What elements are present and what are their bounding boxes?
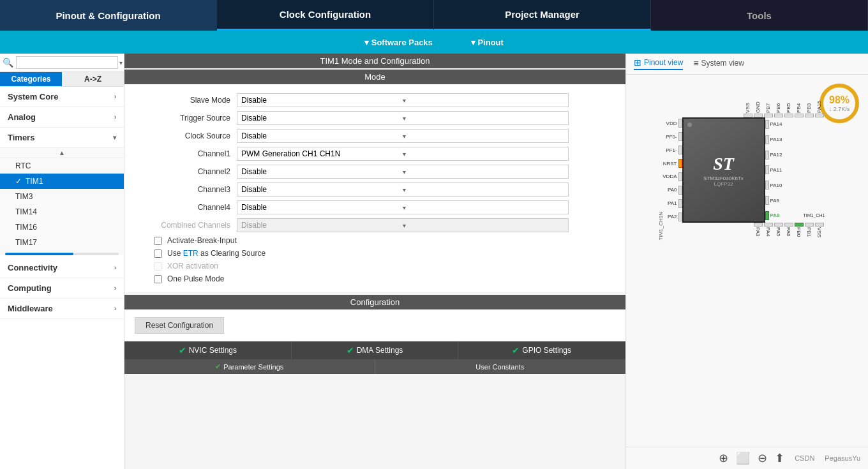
top-pin-pb4: PB4 xyxy=(795,94,804,117)
param-check-icon: ✔ xyxy=(215,362,221,371)
left-pin-nrst: NRST xyxy=(658,159,682,168)
tab-dma[interactable]: ✔ DMA Settings xyxy=(292,341,459,359)
tab-nvic[interactable]: ✔ NVIC Settings xyxy=(124,341,292,359)
chip-middle-row: VDD PF0- PF1- NRST xyxy=(658,117,837,223)
sidebar-item-tim16[interactable]: TIM16 xyxy=(0,220,124,235)
bottom-pin-pa4: PA4 xyxy=(764,223,773,246)
mode-section: Slave Mode Disable ▾ Trigger Source Disa… xyxy=(124,84,625,292)
channel1-select[interactable]: PWM Generation CH1 CH1N ▾ xyxy=(237,147,569,161)
sidebar-item-computing[interactable]: Computing › xyxy=(0,278,124,299)
zoom-out-icon[interactable]: ⊖ xyxy=(758,451,767,465)
right-pin-pa11: PA11 xyxy=(765,165,825,174)
tab-atoz[interactable]: A->Z xyxy=(62,72,124,86)
channel3-arrow: ▾ xyxy=(403,186,564,193)
sidebar-item-connectivity[interactable]: Connectivity › xyxy=(0,258,124,278)
right-panel: ⊞ Pinout view ≡ System view 98% ↓ 2.7K/s xyxy=(625,54,868,469)
sidebar-item-system-core[interactable]: System Core › xyxy=(0,87,124,107)
trigger-source-arrow: ▾ xyxy=(403,115,564,122)
etr-highlight: ETR xyxy=(183,249,198,258)
config-section: Configuration Reset Configuration ✔ NVIC… xyxy=(124,295,625,374)
channel4-row: Channel4 Disable ▾ xyxy=(135,200,615,214)
sidebar-item-rtc[interactable]: RTC xyxy=(0,158,124,174)
tab-categories[interactable]: Categories xyxy=(0,72,62,86)
clock-source-select[interactable]: Disable ▾ xyxy=(237,129,569,143)
bottom-pin-vss2: VSS xyxy=(815,223,824,246)
search-dropdown-arrow[interactable]: ▾ xyxy=(119,59,123,66)
category-tabs: Categories A->Z xyxy=(0,72,124,87)
slave-mode-arrow: ▾ xyxy=(403,97,564,104)
chip-notch xyxy=(687,123,692,127)
top-pin-pa15: PA15 xyxy=(815,94,824,117)
timers-arrow: ▾ xyxy=(113,134,116,141)
sidebar-item-tim3[interactable]: TIM3 xyxy=(0,189,124,204)
pinout-view-icon: ⊞ xyxy=(634,57,641,68)
top-pin-pb5: PB5 xyxy=(784,94,793,117)
export-icon[interactable]: ⬆ xyxy=(775,451,784,465)
nav-pinout[interactable]: Pinout & Configuration xyxy=(0,0,217,31)
brand-label: CSDN xyxy=(795,454,814,462)
channel3-select[interactable]: Disable ▾ xyxy=(237,182,569,197)
chip-package: LQFP32 xyxy=(714,181,733,187)
sidebar-item-timers[interactable]: Timers ▾ xyxy=(0,128,124,148)
nav-tools[interactable]: Tools xyxy=(651,0,868,31)
tab-gpio[interactable]: ✔ GPIO Settings xyxy=(458,341,625,359)
analog-arrow: › xyxy=(114,114,116,121)
timers-submenu: ▲ RTC ✓ TIM1 TIM3 TIM14 TIM16 T xyxy=(0,148,124,255)
panel-title: TIM1 Mode and Configuration xyxy=(124,54,625,68)
one-pulse-checkbox[interactable] xyxy=(154,275,162,283)
sidebar-item-tim1[interactable]: ✓ TIM1 xyxy=(0,174,124,189)
left-pin-pf1: PF1- xyxy=(658,145,682,154)
fit-screen-icon[interactable]: ⬜ xyxy=(736,451,750,465)
tab-user-constants[interactable]: User Constants xyxy=(375,359,626,374)
combined-channels-arrow: ▾ xyxy=(403,222,564,229)
tab-system-view[interactable]: ≡ System view xyxy=(693,58,744,70)
sidebar-item-tim14[interactable]: TIM14 xyxy=(0,204,124,220)
xor-activation-row: XOR activation xyxy=(135,262,615,271)
scroll-up-indicator[interactable]: ▲ xyxy=(0,148,124,158)
trigger-source-select[interactable]: Disable ▾ xyxy=(237,111,569,125)
tab-pinout-view[interactable]: ⊞ Pinout view xyxy=(634,57,683,70)
clock-source-label: Clock Source xyxy=(135,131,237,140)
right-pin-pa9: PA9 xyxy=(765,196,825,205)
right-pins: PA14 PA13 PA12 PA11 xyxy=(765,117,825,223)
nav-project[interactable]: Project Manager xyxy=(434,0,651,31)
nav-clock[interactable]: Clock Configuration xyxy=(217,0,434,31)
channel4-label: Channel4 xyxy=(135,203,237,212)
channel1-row: Channel1 PWM Generation CH1 CH1N ▾ xyxy=(135,147,615,161)
computing-arrow: › xyxy=(114,285,116,292)
trigger-source-label: Trigger Source xyxy=(135,114,237,123)
channel3-label: Channel3 xyxy=(135,185,237,194)
combined-channels-row: Combined Channels Disable ▾ xyxy=(135,218,615,232)
top-pin-pb3: PB3 xyxy=(805,94,814,117)
left-pin-pa1: PA1 xyxy=(658,199,682,208)
config-header: Configuration xyxy=(124,295,625,309)
chip-area: 98% ↓ 2.7K/s VSS GND xyxy=(626,75,868,469)
user-label: PegasusYu xyxy=(825,454,860,462)
clock-source-row: Clock Source Disable ▾ xyxy=(135,129,615,143)
right-pin-pa10: PA10 xyxy=(765,181,825,190)
bottom-toolbar: ⊕ ⬜ ⊖ ⬆ CSDN PegasusYu xyxy=(626,447,868,469)
pinout-menu[interactable]: ▾ Pinout xyxy=(471,38,504,47)
activate-break-checkbox[interactable] xyxy=(154,237,162,245)
slave-mode-select[interactable]: Disable ▾ xyxy=(237,93,569,107)
slave-mode-row: Slave Mode Disable ▾ xyxy=(135,93,615,107)
tim1-ch1n-annotation: TIM1_CH1N xyxy=(658,212,664,240)
sidebar-item-tim17[interactable]: TIM17 xyxy=(0,235,124,250)
channel4-select[interactable]: Disable ▾ xyxy=(237,200,569,214)
view-tabs: ⊞ Pinout view ≡ System view xyxy=(626,54,868,75)
reset-config-button[interactable]: Reset Configuration xyxy=(135,317,224,334)
software-packs-menu[interactable]: ▾ Software Packs xyxy=(364,38,433,47)
top-pin-gnd: GND xyxy=(754,94,763,117)
gpio-check-icon: ✔ xyxy=(512,345,520,355)
tab-parameter-settings[interactable]: ✔ Parameter Settings xyxy=(124,359,375,374)
second-navigation: ▾ Software Packs ▾ Pinout xyxy=(0,31,868,54)
sidebar-item-analog[interactable]: Analog › xyxy=(0,107,124,128)
zoom-in-icon[interactable]: ⊕ xyxy=(719,451,728,465)
search-input[interactable] xyxy=(16,56,118,69)
combined-channels-select[interactable]: Disable ▾ xyxy=(237,218,569,232)
channel2-select[interactable]: Disable ▾ xyxy=(237,165,569,179)
use-etr-checkbox[interactable] xyxy=(154,249,162,258)
sidebar-item-middleware[interactable]: Middleware › xyxy=(0,299,124,319)
nvic-check-icon: ✔ xyxy=(179,345,186,355)
sidebar-items: System Core › Analog › Timers ▾ ▲ RTC ✓ xyxy=(0,87,124,469)
